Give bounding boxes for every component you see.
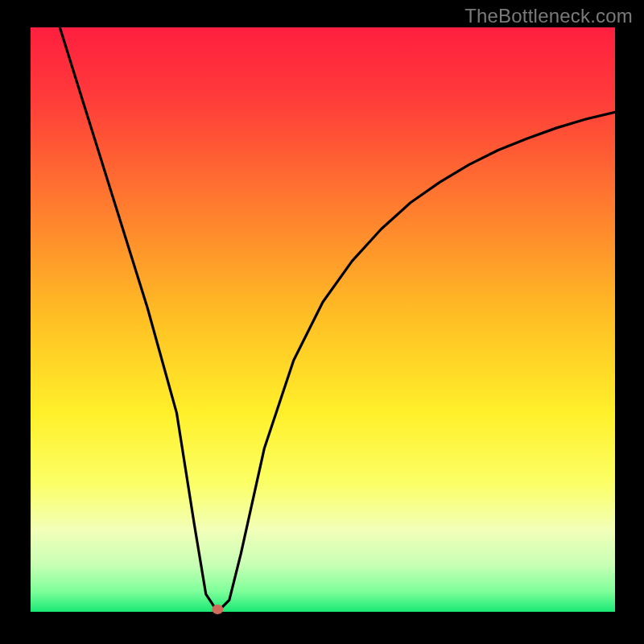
chart-container: TheBottleneck.com (0, 0, 644, 644)
watermark-text: TheBottleneck.com (464, 5, 633, 27)
plot-background (31, 27, 615, 612)
bottleneck-chart (0, 0, 644, 644)
min-marker (212, 605, 223, 614)
